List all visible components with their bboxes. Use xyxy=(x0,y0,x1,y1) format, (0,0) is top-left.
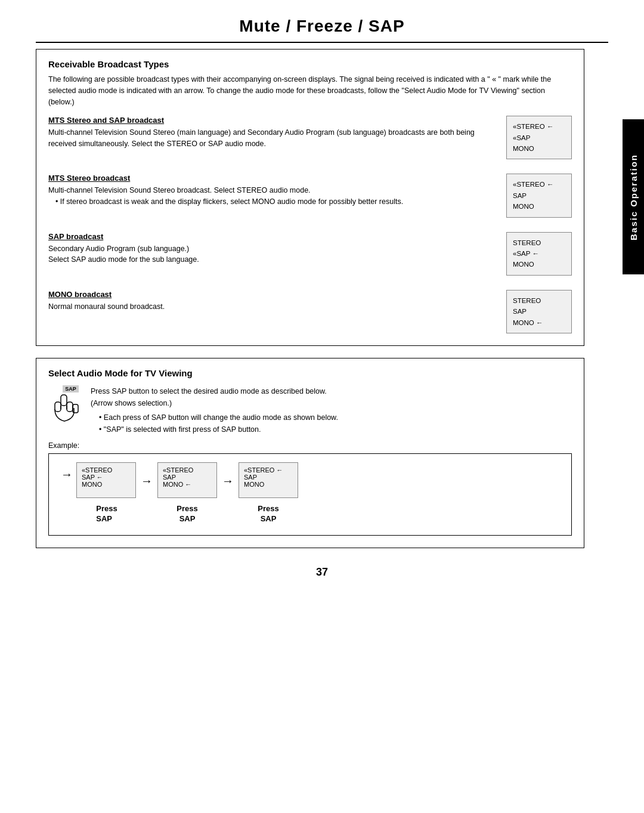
broadcast-text-sap: SAP broadcast Secondary Audio Program (s… xyxy=(48,232,494,266)
osd-line2: «SAP ← xyxy=(513,248,565,259)
press-label-1-1: Press xyxy=(177,504,197,513)
broadcast-text-mts-stereo: MTS Stereo broadcast Multi-channel Telev… xyxy=(48,174,494,208)
side-tab-label: Basic Operation xyxy=(628,153,639,240)
example-label: Example: xyxy=(48,441,572,450)
broadcast-desc-mts-sap: Multi-channel Television Sound Stereo (m… xyxy=(48,127,494,150)
select-bullets: Each press of SAP button will change the… xyxy=(91,412,338,435)
press-label-0-2: SAP xyxy=(96,514,112,523)
osd-line1: «STEREO ← xyxy=(513,121,565,132)
select-intro-line1: Press SAP button to select the desired a… xyxy=(91,385,338,397)
example-flow-box: → «STEREO SAP ← MONO Press SAP → xyxy=(48,453,572,536)
broadcast-desc-mts-stereo: Multi-channel Television Sound Stereo br… xyxy=(48,185,494,208)
page-title: Mute / Freeze / SAP xyxy=(36,17,608,36)
broadcast-row-mts-sap: MTS Stereo and SAP broadcast Multi-chann… xyxy=(48,116,572,159)
hand-press-icon xyxy=(50,394,80,429)
hand-icon-box: SAP xyxy=(48,385,81,429)
flow-osd-2-line2: SAP xyxy=(244,474,293,481)
svg-rect-2 xyxy=(67,402,73,412)
broadcast-heading-mts-stereo: MTS Stereo broadcast xyxy=(48,174,494,183)
osd-line3: MONO xyxy=(513,143,565,154)
page-title-bar: Mute / Freeze / SAP xyxy=(36,0,608,43)
broadcast-row-sap: SAP broadcast Secondary Audio Program (s… xyxy=(48,232,572,276)
svg-rect-0 xyxy=(61,395,67,406)
osd-line2: SAP xyxy=(513,190,565,201)
broadcast-row-mono: MONO broadcast Normal monaural sound bro… xyxy=(48,290,572,333)
select-intro-line2: (Arrow shows selection.) xyxy=(91,397,338,409)
broadcast-text-mts-sap: MTS Stereo and SAP broadcast Multi-chann… xyxy=(48,116,494,150)
select-intro-row: SAP Press SAP button to select the desir… xyxy=(48,385,572,435)
flow-osd-1-line3: MONO ← xyxy=(163,481,212,488)
select-section: Select Audio Mode for TV Viewing SAP xyxy=(36,358,584,548)
main-content: Receivable Broadcast Types The following… xyxy=(36,49,608,548)
osd-line2: SAP xyxy=(513,306,565,317)
osd-line3: MONO xyxy=(513,201,565,212)
svg-rect-1 xyxy=(55,402,61,412)
flow-osd-1-line2: SAP xyxy=(163,474,212,481)
select-section-title: Select Audio Mode for TV Viewing xyxy=(48,368,572,378)
press-label-0-1: Press xyxy=(96,504,117,513)
broadcast-desc-mono: Normal monaural sound broadcast. xyxy=(48,301,494,313)
side-tab: Basic Operation xyxy=(623,119,644,274)
flow-osd-2-line1: «STEREO ← xyxy=(244,466,293,474)
select-bullet-0: Each press of SAP button will change the… xyxy=(99,412,338,423)
select-text: Press SAP button to select the desired a… xyxy=(91,385,338,435)
osd-line3: MONO xyxy=(513,259,565,270)
example-flow: → «STEREO SAP ← MONO Press SAP → xyxy=(61,462,559,524)
press-label-2-2: SAP xyxy=(261,514,277,523)
press-label-1-2: SAP xyxy=(179,514,196,523)
flow-osd-0: «STEREO SAP ← MONO xyxy=(76,462,136,498)
receivable-section-intro: The following are possible broadcast typ… xyxy=(48,74,572,107)
receivable-section: Receivable Broadcast Types The following… xyxy=(36,49,584,346)
broadcast-heading-mts-sap: MTS Stereo and SAP broadcast xyxy=(48,116,494,125)
osd-mts-sap: «STEREO ← «SAP MONO xyxy=(506,116,572,159)
select-bullet-1: "SAP" is selected with first press of SA… xyxy=(99,423,338,435)
osd-line1: STEREO xyxy=(513,237,565,248)
broadcast-heading-sap: SAP broadcast xyxy=(48,232,494,241)
broadcast-bullet-mts-stereo: If stereo broadcast is weak and the disp… xyxy=(55,196,494,208)
osd-line1: STEREO xyxy=(513,295,565,306)
flow-osd-2: «STEREO ← SAP MONO xyxy=(239,462,298,498)
flow-osd-1: «STEREO SAP MONO ← xyxy=(157,462,217,498)
osd-sap: STEREO «SAP ← MONO xyxy=(506,232,572,276)
receivable-section-title: Receivable Broadcast Types xyxy=(48,59,572,69)
flow-osd-0-line2: SAP ← xyxy=(82,474,131,481)
osd-mts-stereo: «STEREO ← SAP MONO xyxy=(506,174,572,217)
osd-line2: «SAP xyxy=(513,132,565,143)
broadcast-row-mts-stereo: MTS Stereo broadcast Multi-channel Telev… xyxy=(48,174,572,217)
osd-line1: «STEREO ← xyxy=(513,179,565,190)
flow-osd-2-line3: MONO xyxy=(244,481,293,488)
sap-button-label: SAP xyxy=(63,385,79,392)
flow-osd-0-line3: MONO xyxy=(82,481,131,488)
flow-osd-1-line1: «STEREO xyxy=(163,466,212,474)
broadcast-text-mono: MONO broadcast Normal monaural sound bro… xyxy=(48,290,494,313)
page-number: 37 xyxy=(0,566,644,579)
broadcast-desc-sap: Secondary Audio Program (sub language.) … xyxy=(48,243,494,266)
osd-mono: STEREO SAP MONO ← xyxy=(506,290,572,333)
osd-line3: MONO ← xyxy=(513,317,565,328)
broadcast-heading-mono: MONO broadcast xyxy=(48,290,494,299)
press-label-2-1: Press xyxy=(258,504,278,513)
flow-osd-0-line1: «STEREO xyxy=(82,466,131,474)
